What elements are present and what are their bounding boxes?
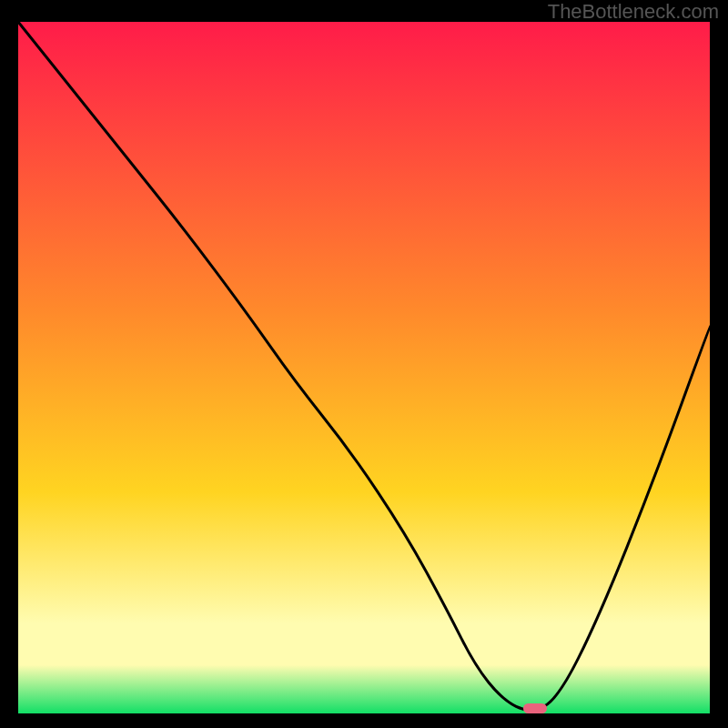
sweet-spot-marker — [523, 703, 548, 713]
bottleneck-curve — [18, 22, 710, 713]
watermark-text: TheBottleneck.com — [548, 0, 719, 24]
plot-area — [18, 22, 710, 713]
chart-container: TheBottleneck.com — [0, 0, 728, 728]
